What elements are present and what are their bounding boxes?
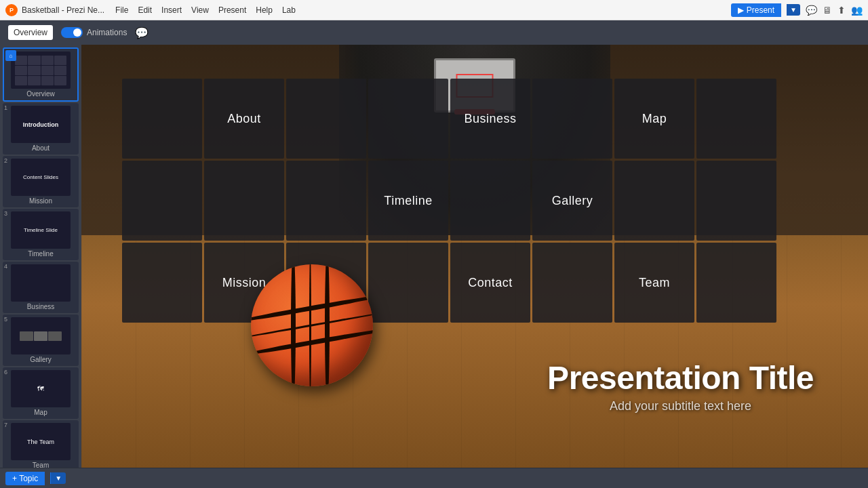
cell-pie-chart[interactable] bbox=[696, 161, 776, 241]
cell-contact-label: Contact bbox=[468, 276, 513, 290]
slide-num-5: 5 bbox=[4, 316, 7, 323]
cell-about-label: About bbox=[227, 112, 261, 126]
cell-map-label: Map bbox=[642, 112, 667, 126]
thumb-team-img: The Team bbox=[11, 423, 71, 460]
sidebar-item-team[interactable]: 7 The Team Team bbox=[3, 420, 79, 468]
animations-toggle[interactable]: Animations bbox=[61, 27, 127, 38]
animations-switch[interactable] bbox=[61, 27, 83, 38]
comment-icon[interactable]: 💬 bbox=[135, 26, 149, 39]
menu-bar: File Edit Insert View Present Help Lab bbox=[115, 5, 731, 15]
cell-timeline[interactable]: Timeline bbox=[368, 161, 448, 241]
share-icon[interactable]: ⬆ bbox=[837, 5, 846, 16]
tab-overview[interactable]: Overview bbox=[8, 25, 53, 40]
thumb-business-img bbox=[11, 264, 71, 302]
slide-num-3: 3 bbox=[4, 210, 7, 217]
present-button[interactable]: ▶ Present bbox=[731, 3, 781, 17]
menu-edit[interactable]: Edit bbox=[138, 5, 152, 15]
cell-team[interactable]: Team bbox=[614, 243, 694, 323]
user-icon[interactable]: 👥 bbox=[851, 5, 863, 16]
cell-bar-chart2[interactable] bbox=[122, 243, 202, 323]
thumb-overview-img bbox=[11, 52, 71, 89]
cell-pie-chart2[interactable] bbox=[532, 243, 612, 323]
sidebar-item-map[interactable]: 6 🗺 Map bbox=[3, 367, 79, 419]
app-logo: P bbox=[5, 4, 18, 16]
thumb-about-label: About bbox=[32, 144, 50, 152]
cell-circles[interactable] bbox=[696, 79, 776, 159]
topbar-right: ▶ Present ▼ 💬 🖥 ⬆ 👥 bbox=[731, 3, 863, 17]
cell-bar-chart[interactable] bbox=[204, 161, 284, 241]
slide-num-7: 7 bbox=[4, 422, 7, 428]
cell-line-chart[interactable] bbox=[122, 79, 202, 159]
thumb-gallery-label: Gallery bbox=[30, 356, 52, 363]
cell-org-chart2[interactable] bbox=[696, 243, 776, 323]
slide-num-4: 4 bbox=[4, 263, 7, 270]
presentation-title-area: Presentation Title Add your subtitle tex… bbox=[547, 359, 814, 413]
menu-view[interactable]: View bbox=[191, 5, 209, 15]
present-dropdown[interactable]: ▼ bbox=[787, 4, 800, 16]
screen-icon[interactable]: 🖥 bbox=[823, 5, 832, 16]
cell-gear[interactable] bbox=[614, 161, 694, 241]
add-topic-dropdown[interactable]: ▼ bbox=[50, 472, 66, 484]
cell-business-label: Business bbox=[464, 112, 516, 126]
cell-mission-label: Mission bbox=[222, 276, 267, 290]
cell-team-label: Team bbox=[639, 276, 670, 290]
thumb-about-img: Introduction bbox=[11, 106, 71, 143]
thumb-map-img: 🗺 bbox=[11, 370, 71, 407]
menu-insert[interactable]: Insert bbox=[161, 5, 182, 15]
thumb-timeline-img: Timeline Slide bbox=[11, 211, 71, 249]
slide-num-6: 6 bbox=[4, 369, 7, 375]
cell-www[interactable]: www bbox=[532, 79, 612, 159]
cell-mail[interactable] bbox=[286, 79, 366, 159]
presentation-subtitle: Add your subtitle text here bbox=[547, 399, 814, 413]
sidebar-item-gallery[interactable]: 5 Gallery bbox=[3, 314, 79, 366]
basketball bbox=[251, 264, 373, 386]
cell-globe[interactable] bbox=[368, 79, 448, 159]
add-topic-label: + Topic bbox=[12, 474, 38, 483]
presentation-title: Presentation Title bbox=[547, 359, 814, 396]
cell-gallery[interactable]: Gallery bbox=[532, 161, 612, 241]
cell-sound[interactable] bbox=[368, 243, 448, 323]
thumb-mission-label: Mission bbox=[29, 197, 52, 205]
canvas-area: About bbox=[81, 45, 868, 468]
slide-num-2: 2 bbox=[4, 157, 7, 164]
thumb-map-label: Map bbox=[34, 409, 47, 416]
add-topic-button[interactable]: + Topic bbox=[5, 472, 45, 485]
sidebar-item-about[interactable]: 1 Introduction About bbox=[3, 103, 79, 155]
toolbar: Overview Animations 💬 bbox=[0, 20, 868, 45]
cell-map[interactable]: Map bbox=[614, 79, 694, 159]
presentation-grid: About bbox=[122, 79, 776, 323]
cell-gallery-label: Gallery bbox=[552, 194, 593, 208]
sidebar: ⌂ Overview 1 Introduction About bbox=[0, 45, 81, 468]
thumb-gallery-img bbox=[11, 317, 71, 354]
menu-present[interactable]: Present bbox=[218, 5, 246, 15]
sidebar-item-business[interactable]: 4 Business bbox=[3, 262, 79, 313]
thumb-mission-img: Content Slides bbox=[11, 159, 71, 196]
cell-lines[interactable] bbox=[450, 161, 530, 241]
thumb-team-label: Team bbox=[33, 462, 49, 468]
cell-network[interactable] bbox=[122, 161, 202, 241]
chat-icon[interactable]: 💬 bbox=[806, 5, 817, 16]
slide-num-1: 1 bbox=[4, 104, 7, 111]
menu-file[interactable]: File bbox=[115, 5, 128, 15]
cell-about[interactable]: About bbox=[204, 79, 284, 159]
sidebar-item-overview[interactable]: ⌂ Overview bbox=[3, 47, 79, 102]
animations-label: Animations bbox=[87, 28, 127, 37]
menu-lab[interactable]: Lab bbox=[282, 5, 296, 15]
bottom-bar: + Topic ▼ bbox=[0, 468, 868, 488]
top-menu-bar: P Basketball - Prezi Ne... File Edit Ins… bbox=[0, 0, 868, 20]
cell-contact[interactable]: Contact bbox=[450, 243, 530, 323]
cell-business[interactable]: Business bbox=[450, 79, 530, 159]
main-area: ⌂ Overview 1 Introduction About bbox=[0, 45, 868, 468]
cell-timeline-label: Timeline bbox=[384, 194, 432, 208]
sidebar-item-mission[interactable]: 2 Content Slides Mission bbox=[3, 156, 79, 207]
thumb-overview-label: Overview bbox=[26, 90, 55, 98]
thumb-business-label: Business bbox=[27, 303, 55, 310]
sidebar-item-timeline[interactable]: 3 Timeline Slide Timeline bbox=[3, 209, 79, 260]
cell-document[interactable] bbox=[286, 161, 366, 241]
home-icon: ⌂ bbox=[5, 50, 16, 61]
app-title: Basketball - Prezi Ne... bbox=[22, 5, 104, 15]
thumb-timeline-label: Timeline bbox=[28, 250, 53, 258]
menu-help[interactable]: Help bbox=[256, 5, 273, 15]
